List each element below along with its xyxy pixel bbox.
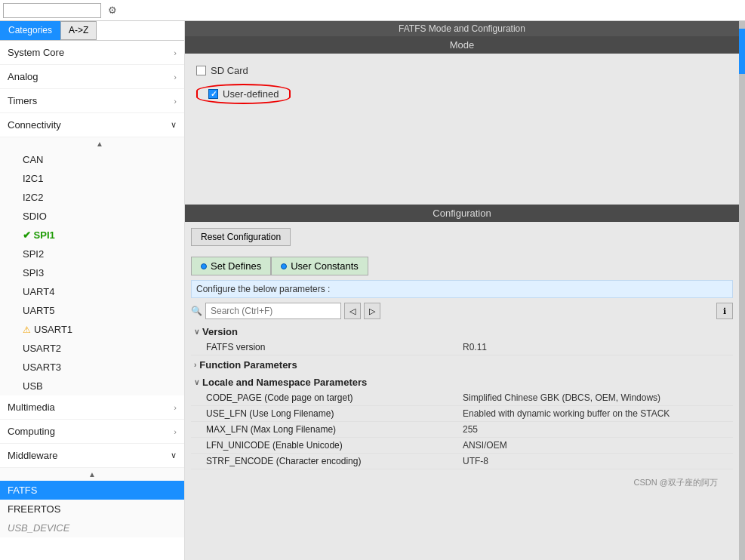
- sub-item-i2c1[interactable]: I2C1: [15, 169, 184, 188]
- sub-item-usb-device[interactable]: USB_DEVICE: [0, 518, 184, 537]
- sidebar-item-timers[interactable]: Timers ›: [0, 89, 184, 113]
- sd-card-item: SD Card: [196, 65, 728, 76]
- sidebar-item-system-core[interactable]: System Core ›: [0, 41, 184, 65]
- config-tabs: Set Defines User Constants: [191, 257, 733, 275]
- sub-item-uart5[interactable]: UART5: [15, 301, 184, 320]
- content-main: FATFS Mode and Configuration Mode SD Car…: [185, 21, 739, 560]
- scroll-up-arrow[interactable]: ▲: [15, 137, 184, 150]
- tab-set-defines[interactable]: Set Defines: [191, 257, 271, 275]
- locale-toggle-icon: ∨: [194, 378, 199, 386]
- mode-section: Mode SD Card ✓ User-defined: [185, 36, 739, 205]
- sub-item-spi1[interactable]: ✔ SPI1: [15, 226, 184, 245]
- warning-icon: ⚠: [23, 325, 31, 335]
- sd-card-checkbox[interactable]: [196, 66, 206, 75]
- user-constants-dot: [281, 263, 287, 269]
- sidebar-item-computing[interactable]: Computing ›: [0, 420, 184, 444]
- config-body: Reset Configuration Set Defines User Con…: [185, 222, 739, 560]
- tab-user-constants[interactable]: User Constants: [271, 257, 368, 275]
- user-defined-oval: ✓ User-defined: [196, 84, 291, 104]
- param-group-version-header[interactable]: ∨ Version: [191, 324, 733, 340]
- config-desc: Configure the below parameters :: [191, 280, 733, 298]
- mode-body: SD Card ✓ User-defined: [185, 54, 739, 205]
- config-header: Configuration: [185, 205, 739, 222]
- sub-item-spi2[interactable]: SPI2: [15, 245, 184, 263]
- tab-categories[interactable]: Categories: [0, 21, 60, 40]
- sub-item-fatfs[interactable]: FATFS: [0, 481, 184, 500]
- sidebar-tabs: Categories A->Z: [0, 21, 184, 41]
- sub-item-usart2[interactable]: USART2: [15, 339, 184, 358]
- param-row-fatfs-version[interactable]: FATFS version R0.11: [191, 340, 733, 355]
- middleware-scroll-arrow[interactable]: ▲: [0, 468, 184, 481]
- content-right: FATFS Mode and Configuration Mode SD Car…: [185, 21, 745, 560]
- param-row-strf-encode[interactable]: STRF_ENCODE (Character encoding) UTF-8: [191, 454, 733, 469]
- watermark: CSDN @双子座的阿万: [191, 477, 733, 488]
- user-defined-item: ✓ User-defined: [196, 84, 728, 104]
- param-group-version: ∨ Version FATFS version R0.11: [191, 324, 733, 355]
- sidebar-item-multimedia[interactable]: Multimedia ›: [0, 395, 184, 420]
- scrollbar[interactable]: [739, 21, 745, 560]
- sub-item-i2c2[interactable]: I2C2: [15, 188, 184, 207]
- sidebar: Categories A->Z System Core › Analog › T…: [0, 21, 185, 560]
- main-layout: Categories A->Z System Core › Analog › T…: [0, 21, 745, 560]
- sd-card-label: SD Card: [211, 65, 248, 76]
- sub-item-usart1[interactable]: ⚠ USART1: [15, 320, 184, 339]
- mode-header: Mode: [185, 36, 739, 54]
- param-row-max-lfn[interactable]: MAX_LFN (Max Long Filename) 255: [191, 422, 733, 438]
- sub-item-usart3[interactable]: USART3: [15, 358, 184, 377]
- search-icon: 🔍: [191, 306, 202, 316]
- search-row: 🔍 ◁ ▷ ℹ: [191, 303, 733, 319]
- function-toggle-icon: ›: [194, 361, 196, 369]
- middleware-subitems: ▲ FATFS FREERTOS USB_DEVICE: [0, 468, 184, 537]
- param-row-code-page[interactable]: CODE_PAGE (Code page on target) Simplifi…: [191, 390, 733, 406]
- reset-configuration-button[interactable]: Reset Configuration: [191, 228, 291, 246]
- prev-search-button[interactable]: ◁: [344, 303, 361, 319]
- gear-button[interactable]: ⚙: [104, 2, 121, 19]
- sub-item-can[interactable]: CAN: [15, 150, 184, 169]
- sidebar-item-middleware[interactable]: Middleware ∨: [0, 444, 184, 468]
- param-group-locale-header[interactable]: ∨ Locale and Namespace Parameters: [191, 374, 733, 390]
- param-group-function-header[interactable]: › Function Parameters: [191, 357, 733, 373]
- param-row-use-lfn[interactable]: USE_LFN (Use Long Filename) Enabled with…: [191, 406, 733, 422]
- set-defines-dot: [201, 263, 207, 269]
- connectivity-subitems: ▲ CAN I2C1 I2C2 SDIO ✔ SPI1 SPI2 SPI3 UA…: [0, 137, 184, 395]
- param-group-function: › Function Parameters: [191, 357, 733, 373]
- page-title: FATFS Mode and Configuration: [185, 21, 739, 36]
- user-defined-checkbox[interactable]: ✓: [208, 89, 218, 99]
- sub-item-uart4[interactable]: UART4: [15, 282, 184, 301]
- sub-item-freertos[interactable]: FREERTOS: [0, 500, 184, 518]
- param-search-input[interactable]: [205, 303, 341, 319]
- scrollbar-thumb[interactable]: [739, 29, 745, 74]
- sidebar-item-analog[interactable]: Analog ›: [0, 65, 184, 89]
- sidebar-list: System Core › Analog › Timers › Connecti…: [0, 41, 184, 560]
- param-row-lfn-unicode[interactable]: LFN_UNICODE (Enable Unicode) ANSI/OEM: [191, 438, 733, 454]
- next-search-button[interactable]: ▷: [364, 303, 380, 319]
- info-button[interactable]: ℹ: [716, 303, 733, 319]
- top-bar: ⚙: [0, 0, 745, 21]
- sub-item-sdio[interactable]: SDIO: [15, 207, 184, 226]
- version-toggle-icon: ∨: [194, 328, 199, 336]
- config-section: Configuration Reset Configuration Set De…: [185, 205, 739, 560]
- sub-item-spi3[interactable]: SPI3: [15, 263, 184, 282]
- top-search-box[interactable]: [3, 3, 101, 18]
- param-group-locale: ∨ Locale and Namespace Parameters CODE_P…: [191, 374, 733, 469]
- sub-item-usb[interactable]: USB: [15, 377, 184, 395]
- sidebar-item-connectivity[interactable]: Connectivity ∨: [0, 113, 184, 137]
- tab-atoz[interactable]: A->Z: [60, 21, 97, 40]
- user-defined-label: User-defined: [223, 88, 279, 100]
- top-search-input[interactable]: [7, 5, 82, 16]
